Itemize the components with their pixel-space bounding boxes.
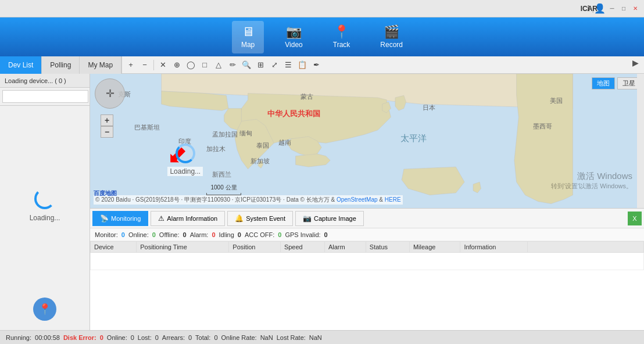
toolbar-cursor[interactable]: ✕: [156, 59, 169, 71]
sidebar-search-input[interactable]: [2, 90, 88, 103]
statusbar-online-value: 0: [131, 334, 134, 341]
table-row: [91, 253, 644, 270]
tabs-toolbar-row: Dev List Polling My Map + − ✕ ⊕ ◯ □ △ ✏ …: [0, 56, 644, 74]
toolbar-clipboard[interactable]: 📋: [296, 59, 309, 71]
system-label: System Event: [246, 215, 285, 222]
toolbar-triangle[interactable]: △: [212, 59, 225, 71]
alarm-label: Alarm Information: [167, 215, 217, 222]
map-nav-control[interactable]: ✛: [95, 78, 125, 109]
main-area: Loading device... ( 0 ) 🔍 Loading... 📍: [0, 74, 644, 330]
toolbar-circle[interactable]: ⊕: [170, 59, 183, 71]
total-label: Total:: [195, 334, 210, 341]
osm-link[interactable]: OpenStreetMap: [337, 196, 378, 203]
map-toolbar: + − ✕ ⊕ ◯ □ △ ✏ 🔍 ⊞ ⤢ ☰ 📋 ✒: [121, 56, 644, 73]
monitor-value: 0: [121, 231, 125, 238]
minimize-button[interactable]: ─: [608, 5, 616, 13]
toolbar-pen[interactable]: ✏: [226, 59, 239, 71]
sidebar-bottom-icon[interactable]: 📍: [33, 298, 56, 321]
toolbar-add[interactable]: +: [124, 59, 137, 71]
lost-rate-value: NaN: [309, 334, 322, 341]
table-body: [91, 253, 644, 270]
tab-polling[interactable]: Polling: [42, 56, 80, 74]
toolbar-right-arrow[interactable]: ▶: [629, 56, 642, 69]
monitoring-icon: 📡: [100, 214, 109, 223]
nav-record[interactable]: 🎬 Record: [371, 21, 412, 53]
disk-error-label: Disk Error:: [63, 334, 96, 341]
loading-spinner: [34, 188, 55, 209]
export-excel-button[interactable]: X: [628, 212, 642, 225]
nav-video-label: Video: [285, 41, 302, 49]
map-zoom-in[interactable]: +: [101, 114, 113, 126]
toolbar-expand[interactable]: ⤢: [268, 59, 281, 71]
online-rate-value: NaN: [260, 334, 273, 341]
toolbar-grid[interactable]: ⊞: [254, 59, 267, 71]
title-bar: ℹ | ICAR 👤 ─ □ ✕: [0, 0, 644, 17]
data-table-wrapper: Device Positioning Time Position Speed A…: [90, 241, 644, 330]
nav-record-label: Record: [380, 41, 403, 49]
th-speed: Speed: [280, 242, 324, 253]
toolbar-draw[interactable]: ✒: [310, 59, 323, 71]
arrears-value: 0: [188, 334, 192, 341]
idling-value: 0: [238, 231, 241, 238]
map-svg: [90, 74, 644, 208]
status-bar: Running: 00:00:58 Disk Error: 0 Online: …: [0, 330, 644, 344]
nav-video[interactable]: 📷 Video: [276, 21, 312, 53]
accoff-label: ACC OFF:: [245, 231, 274, 238]
baidu-logo: 百度地图: [94, 189, 117, 198]
online-label: Online:: [128, 231, 149, 238]
toolbar-search[interactable]: 🔍: [240, 59, 253, 71]
online-rate-label: Online Rate:: [221, 334, 257, 341]
tab-mymap[interactable]: My Map: [80, 56, 121, 74]
gpsinvalid-label: GPS Invalid:: [285, 231, 320, 238]
nav-track[interactable]: 📍 Track: [324, 21, 360, 53]
maximize-button[interactable]: □: [620, 5, 628, 13]
alarm-stat-value: 0: [212, 231, 215, 238]
idling-label: Idling: [219, 231, 234, 238]
map-container[interactable]: 蒙古 中华人民共和国 日本 克斯 巴基斯坦 印度 孟加拉国 缅甸 泰国 越南 加…: [90, 74, 644, 208]
th-information: Information: [460, 242, 528, 253]
main-tabs: Dev List Polling My Map: [0, 56, 121, 74]
alarm-stat-label: Alarm:: [190, 231, 209, 238]
toolbar-list[interactable]: ☰: [282, 59, 295, 71]
app-title: ICAR: [581, 5, 598, 13]
offline-value: 0: [183, 231, 187, 238]
capture-icon: 📷: [303, 214, 312, 223]
video-icon: 📷: [286, 26, 302, 38]
monitor-tabs: 📡 Monitoring ⚠ Alarm Information 🔔 Syste…: [90, 209, 644, 228]
close-button[interactable]: ✕: [631, 5, 639, 13]
nav-bar: 🖥 Map 📷 Video 📍 Track 🎬 Record: [0, 17, 644, 56]
bottom-panel: 📡 Monitoring ⚠ Alarm Information 🔔 Syste…: [90, 208, 644, 330]
th-positioning-time: Positioning Time: [137, 242, 229, 253]
nav-map[interactable]: 🖥 Map: [232, 21, 264, 53]
toolbar-oval[interactable]: ◯: [184, 59, 197, 71]
offline-label: Offline:: [159, 231, 180, 238]
sidebar-header: Loading device... ( 0 ): [0, 74, 90, 88]
online-value: 0: [152, 231, 156, 238]
map-loading: Loading...: [167, 144, 203, 176]
th-alarm: Alarm: [324, 242, 366, 253]
tab-system-event[interactable]: 🔔 System Event: [227, 211, 293, 226]
total-value: 0: [214, 334, 217, 341]
map-mode-map[interactable]: 地图: [592, 77, 615, 89]
toolbar-minus[interactable]: −: [138, 59, 151, 71]
system-icon: 🔔: [235, 214, 244, 223]
monitor-label: Monitor:: [95, 231, 118, 238]
record-icon: 🎬: [384, 26, 399, 38]
tab-capture-image[interactable]: 📷 Capture Image: [295, 211, 364, 226]
gpsinvalid-value: 0: [324, 231, 328, 238]
sidebar-bottom: 📍: [0, 293, 90, 330]
track-icon: 📍: [334, 26, 349, 38]
map-zoom-out[interactable]: −: [101, 126, 113, 138]
sidebar-search-bar: 🔍: [0, 88, 90, 106]
loading-text: Loading...: [30, 214, 60, 222]
here-link[interactable]: HERE: [385, 196, 401, 203]
tab-monitoring[interactable]: 📡 Monitoring: [92, 211, 148, 226]
arrears-label: Arrears:: [162, 334, 185, 341]
tab-alarm-information[interactable]: ⚠ Alarm Information: [151, 211, 225, 226]
map-scale: 1000 公里: [206, 184, 241, 195]
tab-devlist[interactable]: Dev List: [0, 56, 42, 74]
running-value: 00:00:58: [35, 334, 60, 341]
sidebar: Loading device... ( 0 ) 🔍 Loading... 📍: [0, 74, 90, 330]
toolbar-rect[interactable]: □: [198, 59, 211, 71]
th-position: Position: [229, 242, 281, 253]
